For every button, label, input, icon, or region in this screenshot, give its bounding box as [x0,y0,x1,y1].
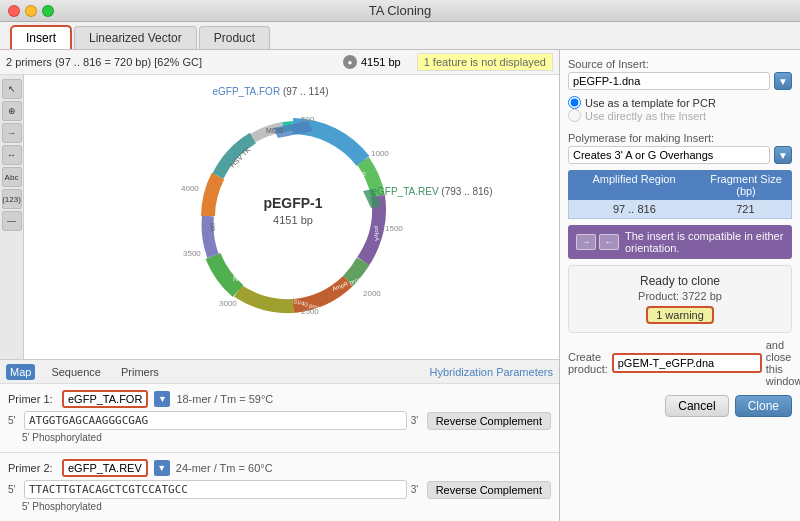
table-row[interactable]: 97 .. 816 721 [568,200,792,219]
cell-size: 721 [700,200,791,218]
svg-text:MCIS: MCIS [266,127,284,134]
create-section: Create product: and close this window Ca… [568,339,792,417]
clone-button[interactable]: Clone [735,395,792,417]
info-bar: 2 primers (97 .. 816 = 720 bp) [62% GC] … [0,50,559,75]
maximize-button[interactable] [42,5,54,17]
svg-text:polyA: polyA [374,226,380,241]
tool-text[interactable]: Abc [2,167,22,187]
primer2-dropdown[interactable]: ▼ [154,460,170,476]
right-panel: Source of Insert: ▼ Use as a template fo… [560,50,800,521]
minimize-button[interactable] [25,5,37,17]
window-title: TA Cloning [369,3,432,18]
svg-text:1000: 1000 [371,149,389,158]
source-input[interactable] [568,72,770,90]
cell-region: 97 .. 816 [569,200,700,218]
col-amplified-region: Amplified Region [568,170,700,200]
primer2-label: Primer 2: [8,462,56,474]
use-template-row: Use as a template for PCR [568,96,792,109]
svg-text:4151 bp: 4151 bp [273,214,313,226]
primer1-label: Primer 1: [8,393,56,405]
primer1-sequence[interactable] [24,411,407,430]
primer1-3end: 3' [411,415,423,426]
tool-arrow-both[interactable]: ↔ [2,145,22,165]
svg-text:4000: 4000 [181,184,199,193]
use-template-label: Use as a template for PCR [585,97,716,109]
create-row: Create product: and close this window [568,339,792,387]
left-toolbar: ↖ ⊕ → ↔ Abc (123) — [0,75,24,359]
svg-text:NeoR/KanR: NeoR/KanR [233,275,270,282]
polymerase-dropdown-button[interactable]: ▼ [774,146,792,164]
svg-text:2000: 2000 [363,289,381,298]
ready-product: Product: 3722 bp [577,290,783,302]
svg-text:1500: 1500 [385,224,403,233]
primer1-select[interactable]: eGFP_TA.FOR [62,390,148,408]
orientation-icons: → ← [576,234,619,250]
polymerase-row: ▼ [568,146,792,164]
close-button[interactable] [8,5,20,17]
source-dropdown-button[interactable]: ▼ [774,72,792,90]
tool-number[interactable]: (123) [2,189,22,209]
tab-linearized-vector[interactable]: Linearized Vector [74,26,197,49]
orient-forward-icon[interactable]: → [576,234,596,250]
tab-product[interactable]: Product [199,26,270,49]
primer1-info: 18-mer / Tm = 59°C [176,393,273,405]
create-label: Create product: [568,351,608,375]
cancel-button[interactable]: Cancel [665,395,728,417]
titlebar: TA Cloning [0,0,800,22]
primer1-section: Primer 1: eGFP_TA.FOR ▼ 18-mer / Tm = 59… [0,383,559,452]
svg-text:pEGFP-1: pEGFP-1 [263,195,322,211]
polymerase-label: Polymerase for making Insert: [568,132,792,144]
bp-count-section: ● 4151 bp [343,55,401,69]
tab-map[interactable]: Map [6,364,35,380]
primer2-phospho: 5' Phosphorylated [22,501,551,512]
orientation-section: → ← The insert is compatible in either o… [568,225,792,259]
svg-text:3500: 3500 [183,249,201,258]
primer1-5end: 5' [8,415,20,426]
and-close-label: and close this window [766,339,800,387]
tool-line[interactable]: — [2,211,22,231]
primer1-dropdown[interactable]: ▼ [154,391,170,407]
use-options: Use as a template for PCR Use directly a… [568,96,792,122]
amplified-region-table: Amplified Region Fragment Size (bp) 97 .… [568,170,792,219]
primer2-row: Primer 2: eGFP_TA.REV ▼ 24-mer / Tm = 60… [8,459,551,477]
tool-arrow-right[interactable]: → [2,123,22,143]
source-label: Source of Insert: [568,58,792,70]
primer1-row: Primer 1: eGFP_TA.FOR ▼ 18-mer / Tm = 59… [8,390,551,408]
bottom-tab-bar: Map Sequence Primers Hybridization Param… [0,359,559,383]
tool-select[interactable]: ↖ [2,79,22,99]
tool-zoom-in[interactable]: ⊕ [2,101,22,121]
table-header: Amplified Region Fragment Size (bp) [568,170,792,200]
svg-text:3000: 3000 [219,299,237,308]
source-row: ▼ [568,72,792,90]
create-product-input[interactable] [612,353,762,373]
tab-bar: Insert Linearized Vector Product [0,22,800,50]
feature-warning: 1 feature is not displayed [417,53,553,71]
primer-for-label: eGFP_TA.FOR (97 .. 114) [213,86,329,97]
tab-insert[interactable]: Insert [10,25,72,49]
svg-text:ori: ori [209,222,216,230]
primer2-sequence[interactable] [24,480,407,499]
plasmid-svg: pEGFP-1 4151 bp 500 1000 1500 2000 2500 … [153,96,433,336]
left-panel: 2 primers (97 .. 816 = 720 bp) [62% GC] … [0,50,560,521]
use-template-radio[interactable] [568,96,581,109]
primer1-rev-comp-button[interactable]: Reverse Complement [427,412,551,430]
orient-reverse-icon[interactable]: ← [599,234,619,250]
plasmid-map: eGFP_TA.FOR (97 .. 114) eGFP_TA.REV (793… [153,96,433,339]
primer2-5end: 5' [8,484,20,495]
bp-count: 4151 bp [361,56,401,68]
polymerase-input[interactable] [568,146,770,164]
warning-badge[interactable]: 1 warning [646,306,714,324]
plasmid-container: eGFP_TA.FOR (97 .. 114) eGFP_TA.REV (793… [26,75,559,359]
svg-text:500: 500 [301,115,315,124]
ready-title: Ready to clone [577,274,783,288]
window-controls [8,5,54,17]
tab-sequence[interactable]: Sequence [47,364,105,380]
primer2-rev-comp-button[interactable]: Reverse Complement [427,481,551,499]
use-direct-radio[interactable] [568,109,581,122]
primer2-select[interactable]: eGFP_TA.REV [62,459,148,477]
orientation-text: The insert is compatible in either orien… [625,230,784,254]
tab-primers[interactable]: Primers [117,364,163,380]
hybridization-params-link[interactable]: Hybridization Parameters [430,366,554,378]
main-content: 2 primers (97 .. 816 = 720 bp) [62% GC] … [0,50,800,521]
circle-icon: ● [343,55,357,69]
